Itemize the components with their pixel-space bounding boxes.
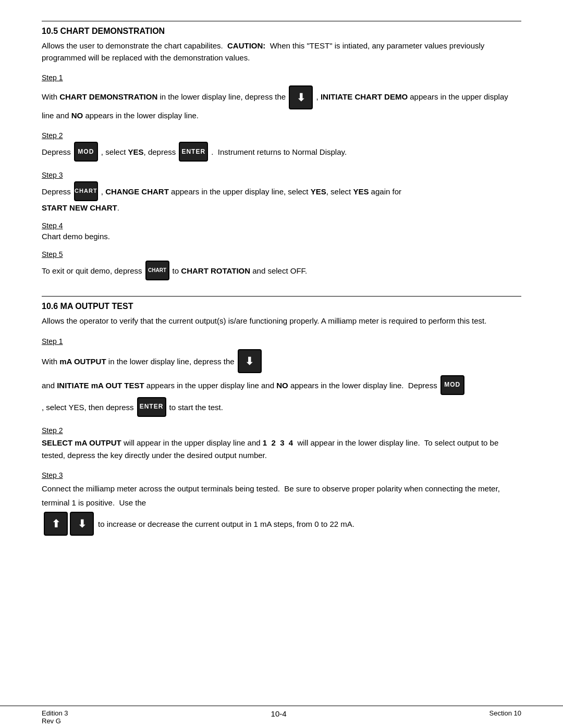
step-label-3-10-6: Step 3 [42, 471, 521, 479]
step3-text: , CHANGE CHART appears in the upper disp… [101, 184, 401, 199]
step-label-2-10-6: Step 2 [42, 426, 521, 435]
arrow-up-button[interactable]: ⬆ [44, 512, 68, 536]
step-1-10-5: Step 1 With CHART DEMONSTRATION in the l… [42, 72, 521, 122]
step-4-10-5: Step 4 Chart demo begins. [42, 221, 521, 241]
arrow-down-button-3[interactable]: ⬇ [70, 512, 94, 536]
step2-end: . Instrument returns to Normal Display. [211, 145, 347, 159]
section-desc-10-6: Allows the operator to verify that the c… [42, 315, 521, 327]
enter-button-2[interactable]: ENTER [137, 397, 166, 417]
arrow-down-button-2[interactable]: ⬇ [238, 349, 262, 373]
section-10-6: 10.6 mA OUTPUT TEST Allows the operator … [42, 296, 521, 536]
section-10-5: 10.5 CHART DEMONSTRATION Allows the user… [42, 21, 521, 280]
step-label-1-10-6: Step 1 [42, 336, 521, 347]
step-3-10-6: Step 3 Connect the milliamp meter across… [42, 471, 521, 536]
step2-depress: Depress [42, 145, 71, 159]
step1-10-6-end: to start the test. [169, 400, 223, 414]
step-2-10-6: Step 2 SELECT mA OUTPUT will appear in t… [42, 426, 521, 462]
mod-button-1[interactable]: MOD [74, 142, 98, 162]
step-label-2-10-5: Step 2 [42, 131, 521, 140]
section-divider-10-5 [42, 21, 521, 21]
step2-content: Depress MOD , select YES, depress ENTER … [42, 142, 521, 162]
step1-10-6-after: and INITIATE mA OUT TEST appears in the … [42, 378, 437, 392]
footer-left: Edition 3 Rev G [42, 709, 68, 725]
mod-button-2[interactable]: MOD [440, 375, 464, 395]
section-desc-10-5: Allows the user to demonstrate the chart… [42, 40, 521, 64]
step-3-10-5: Step 3 Depress CHART , CHANGE CHART appe… [42, 171, 521, 212]
step5-text-after: to CHART ROTATION and select OFF. [173, 264, 308, 278]
step3-10-6-after: to increase or decrease the current outp… [98, 517, 354, 531]
section-divider-10-6 [42, 296, 521, 297]
footer-edition: Edition 3 [42, 709, 68, 717]
step3-10-6-text: Connect the milliamp meter across the ou… [42, 482, 521, 510]
step-5-10-5: Step 5 To exit or quit demo, depress CHA… [42, 250, 521, 280]
arrow-down-button-1[interactable]: ⬇ [289, 85, 313, 109]
step-1-10-6: Step 1 With mA OUTPUT in the lower displ… [42, 336, 521, 417]
step3-content: Depress CHART , CHANGE CHART appears in … [42, 181, 521, 201]
chart-button-2[interactable]: CHART [145, 261, 169, 280]
step-2-10-5: Step 2 Depress MOD , select YES, depress… [42, 131, 521, 162]
step3-start-new-chart: START NEW CHART. [42, 203, 521, 212]
step1-text-middle: in the lower display line, depress the [157, 92, 288, 101]
caution-label: CAUTION: [227, 41, 265, 50]
footer-page: 10-4 [271, 709, 287, 718]
footer-section: Section 10 [489, 709, 521, 717]
footer: Edition 3 Rev G 10-4 Section 10 [0, 706, 563, 728]
section-title-10-6: 10.6 mA OUTPUT TEST [42, 302, 521, 311]
step4-text: Chart demo begins. [42, 232, 110, 241]
step1-keyword: CHART DEMONSTRATION [59, 92, 157, 101]
step1-text-before: With [42, 92, 59, 101]
step-label-1-10-5: Step 1 [42, 72, 521, 83]
chart-button-1[interactable]: CHART [74, 181, 98, 201]
step2-10-6-text: SELECT mA OUTPUT will appear in the uppe… [42, 437, 521, 462]
step5-text-before: To exit or quit demo, depress [42, 264, 142, 278]
section-title-10-5: 10.5 CHART DEMONSTRATION [42, 27, 521, 36]
step-label-4-10-5: Step 4 [42, 221, 521, 230]
step1-10-6-before: With mA OUTPUT in the lower display line… [42, 354, 235, 368]
step-label-5-10-5: Step 5 [42, 250, 521, 258]
arrow-pair: ⬆ ⬇ [44, 512, 94, 536]
step-label-3-10-5: Step 3 [42, 171, 521, 179]
step2-select-yes: , select YES, depress [101, 145, 176, 159]
footer-rev: Rev G [42, 717, 68, 725]
enter-button-1[interactable]: ENTER [179, 142, 208, 162]
step5-content: To exit or quit demo, depress CHART to C… [42, 261, 521, 280]
step3-10-6-content: Connect the milliamp meter across the ou… [42, 482, 521, 536]
step3-depress: Depress [42, 184, 71, 199]
step1-10-6-select: , select YES, then depress [42, 400, 134, 414]
